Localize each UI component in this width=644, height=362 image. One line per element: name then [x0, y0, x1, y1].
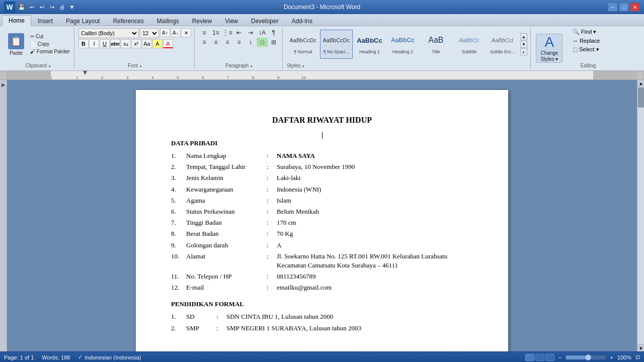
shading-btn[interactable]: □ [257, 38, 268, 47]
format-painter-button[interactable]: 🖌 Format Painter [29, 48, 71, 55]
decrease-font-btn[interactable]: A↓ [171, 28, 181, 37]
superscript-button[interactable]: x² [131, 39, 141, 48]
style-subtitle[interactable]: AaBbCc Subtitle [453, 30, 486, 59]
tab-developer[interactable]: Developer [245, 15, 285, 26]
font-size-select[interactable]: 12 [140, 28, 159, 38]
style-normal[interactable]: AaBbCcDc ¶ Normal [287, 30, 319, 59]
increase-indent-btn[interactable]: ⇥ [245, 28, 256, 37]
bold-button[interactable]: B [78, 39, 89, 48]
print-quick-btn[interactable]: 🖨 [57, 3, 66, 12]
minimize-btn[interactable]: ─ [608, 3, 618, 12]
font-family-select[interactable]: Calibri (Body) [78, 28, 139, 38]
undo-quick-btn2[interactable]: ↩ [37, 3, 46, 12]
zoom-handle[interactable] [585, 354, 591, 360]
tab-view[interactable]: View [218, 15, 245, 26]
line-spacing-btn[interactable]: ↕ [245, 38, 256, 47]
font-color-button[interactable]: A [163, 39, 173, 48]
align-left-btn[interactable]: ≡ [199, 38, 210, 47]
tab-home[interactable]: Home [2, 15, 31, 26]
more-quick-btn[interactable]: ▼ [67, 3, 76, 12]
zoom-plus[interactable]: + [610, 354, 613, 360]
list-item: 1. Nama Lengkap : NAMA SAYA [171, 151, 473, 160]
lang-label: Indonesian (Indonesia) [85, 354, 141, 360]
right-scrollbar[interactable]: ▲ ▼ [637, 80, 644, 351]
multilevel-list-btn[interactable]: ⋮≡ [222, 28, 233, 37]
scroll-thumb[interactable] [638, 87, 644, 108]
zoom-minus[interactable]: − [558, 354, 561, 360]
clipboard-group-label: Clipboard ⬧ [5, 61, 71, 68]
decrease-indent-btn[interactable]: ⇤ [233, 28, 245, 37]
document-title[interactable]: DAFTAR RIWAYAT HIDUP [272, 116, 372, 125]
change-styles-button[interactable]: A ChangeStyles ▾ [536, 34, 562, 63]
clear-format-btn[interactable]: ✕ [181, 28, 191, 37]
tab-review[interactable]: Review [186, 15, 218, 26]
word-app-icon: W [4, 2, 15, 13]
zoom-fit-icon[interactable]: ⊡ [635, 354, 640, 360]
word-count: Words: 188 [42, 354, 70, 360]
spell-icon: ✓ [78, 354, 83, 360]
scroll-up-btn[interactable]: ▲ [637, 80, 644, 87]
close-btn[interactable]: ✕ [630, 3, 640, 12]
paste-button[interactable]: 📋 Paste [5, 32, 27, 57]
text-highlight-button[interactable]: A [152, 39, 163, 48]
subscript-button[interactable]: x₂ [121, 39, 131, 48]
style-heading1[interactable]: AaBbCc Heading 1 [353, 30, 386, 59]
tab-insert[interactable]: Insert [31, 15, 59, 26]
show-formatting-btn[interactable]: ¶ [268, 28, 279, 37]
document-page[interactable]: DAFTAR RIWAYAT HIDUP DATA PRIBADI 1. Nam… [136, 90, 508, 351]
find-label: Find ▾ [581, 29, 596, 35]
tab-mailings[interactable]: Mailings [150, 15, 186, 26]
replace-button[interactable]: ↔ Replace [571, 37, 601, 44]
document-area[interactable]: DAFTAR RIWAYAT HIDUP DATA PRIBADI 1. Nam… [7, 80, 637, 351]
item-value: SMP NEGERI 1 SURABAYA, Lulusan tahun 200… [226, 324, 473, 333]
styles-scroll-up[interactable]: ▲ [520, 33, 527, 40]
bullets-btn[interactable]: ≡ [199, 28, 210, 37]
align-right-btn[interactable]: ≡ [222, 38, 233, 47]
list-item: 9. Golongan darah : A [171, 241, 473, 250]
borders-btn[interactable]: ⊞ [268, 38, 279, 47]
style-no-spacing[interactable]: AaBbCcDc ¶ No Spaci... [320, 30, 353, 59]
cut-button[interactable]: ✂ Cut [29, 33, 71, 40]
increase-font-btn[interactable]: A↑ [160, 28, 170, 37]
sidebar-collapse-icon[interactable]: ▶ [2, 82, 6, 87]
numbered-list-btn[interactable]: 1≡ [210, 28, 221, 37]
full-screen-btn[interactable] [535, 354, 544, 361]
tab-page-layout[interactable]: Page Layout [59, 15, 106, 26]
ribbon: Home Insert Page Layout References Maili… [0, 14, 644, 71]
web-view-btn[interactable] [545, 354, 554, 361]
style-subtle-em-label: Subtle Em... [490, 49, 515, 54]
print-layout-btn[interactable] [525, 354, 534, 361]
justify-btn[interactable]: ≡ [233, 38, 245, 47]
list-item: 10. Alamat : Jl. Soekarno Hatta No. 125 … [171, 252, 473, 270]
select-button[interactable]: ⬚ Select ▾ [571, 46, 601, 53]
tab-addins[interactable]: Add-Ins [285, 15, 319, 26]
tab-references[interactable]: References [106, 15, 150, 26]
document-title-row: DAFTAR RIWAYAT HIDUP [171, 120, 473, 130]
styles-scroll-down[interactable]: ▼ [520, 41, 527, 48]
strikethrough-button[interactable]: abc [110, 39, 120, 48]
pendidikan-list: 1. SD : SDN CINTA IBU 1, Lulusan tahun 2… [171, 312, 473, 332]
item-value: Surabaya, 10 November 1990 [277, 162, 473, 171]
change-styles-content: A ChangeStyles ▾ [535, 28, 564, 68]
align-center-btn[interactable]: ≡ [210, 38, 221, 47]
style-subtle-em[interactable]: AaBbCcI Subtle Em... [486, 30, 519, 59]
style-title[interactable]: AaB Title [420, 30, 452, 59]
list-item: 11. No. Telepon / HP : 081123456789 [171, 272, 473, 281]
scroll-down-btn[interactable]: ▼ [637, 344, 644, 351]
zoom-level: 100% [617, 354, 631, 360]
text-case-button[interactable]: Aa [142, 39, 152, 48]
copy-button[interactable]: 📄 Copy [29, 41, 71, 47]
quick-access-toolbar: 💾 ↩ ↩ ↪ 🖨 ▼ [17, 3, 76, 12]
style-heading2[interactable]: AaBbCc Heading 2 [386, 30, 419, 59]
maximize-btn[interactable]: □ [619, 3, 629, 12]
find-button[interactable]: 🔍 Find ▾ [571, 28, 598, 36]
zoom-slider[interactable] [566, 355, 606, 359]
italic-button[interactable]: I [89, 39, 99, 48]
save-quick-btn[interactable]: 💾 [17, 3, 26, 12]
sort-btn[interactable]: ↕A [257, 28, 268, 37]
replace-icon: ↔ [573, 38, 578, 44]
styles-more[interactable]: ⬧ [520, 48, 527, 55]
undo-quick-btn[interactable]: ↩ [27, 3, 36, 12]
redo-quick-btn[interactable]: ↪ [47, 3, 56, 12]
underline-button[interactable]: U [100, 39, 110, 48]
